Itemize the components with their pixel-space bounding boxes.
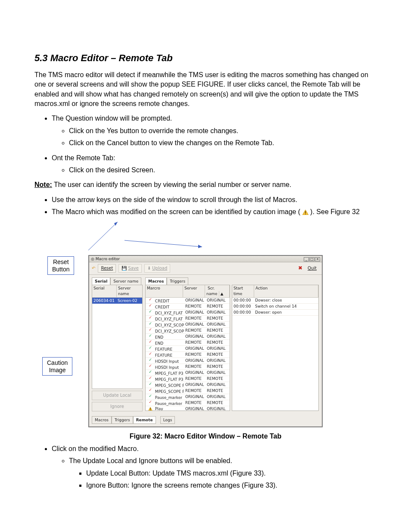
- list-item: Click on the Yes button to override the …: [69, 126, 377, 136]
- figure-32: Reset Button Caution Image ◎ Macro edito…: [88, 222, 323, 427]
- list-item: Ignore Button: Ignore the screens remote…: [86, 481, 377, 490]
- annot-caution: Caution Image: [42, 357, 72, 375]
- screen-row-selected[interactable]: 206034-01Screen-02: [92, 298, 142, 304]
- reset-button[interactable]: Reset: [98, 264, 116, 273]
- col-action: Action: [254, 285, 318, 297]
- list-item: The Macro which was modified on the scre…: [52, 207, 377, 217]
- macro-editor-window: ◎ Macro editor _□× ↶ Reset 💾 Save ⬇ Uplo…: [88, 255, 323, 428]
- window-titlebar[interactable]: ◎ Macro editor _□×: [89, 256, 322, 262]
- window-controls[interactable]: _□×: [303, 256, 320, 262]
- macros-table[interactable]: Marcro Server Scr. name ▲ ✓ CREDITORIGIN…: [145, 285, 230, 411]
- svg-line-3: [88, 222, 118, 250]
- window-title: ◎ Macro editor: [91, 256, 120, 262]
- upload-button[interactable]: ⬇ Upload: [144, 264, 170, 273]
- col-marcro: Marcro: [146, 285, 183, 297]
- caution-sentence-post: ). See Figure 32: [310, 208, 360, 215]
- bottom-tab-logs[interactable]: Logs: [160, 416, 175, 424]
- toolbar: ↶ Reset 💾 Save ⬇ Upload ✖ Quit: [89, 262, 322, 275]
- bullet-list-1: The Question window will be prompted. Cl…: [34, 114, 377, 175]
- list-item: Click on the desired Screen.: [69, 165, 377, 175]
- svg-rect-9: [150, 410, 150, 410]
- save-button[interactable]: 💾 Save: [118, 264, 142, 273]
- bottom-tabbar: Macros Triggers Remote Logs: [89, 416, 322, 427]
- svg-line-5: [125, 240, 202, 247]
- col-server: Server: [183, 285, 205, 297]
- svg-marker-4: [114, 222, 118, 226]
- tab-serial[interactable]: Serial: [92, 277, 110, 285]
- list-item: Click on the Cancel button to view the c…: [69, 138, 377, 148]
- bottom-tab-remote[interactable]: Remote: [133, 416, 156, 424]
- update-local-button[interactable]: Update Local: [92, 391, 143, 400]
- quit-button[interactable]: Quit: [305, 264, 319, 272]
- note-label: Note:: [34, 181, 52, 188]
- screen-list[interactable]: SerialServer name 206034-01Screen-02: [92, 285, 143, 389]
- table-row[interactable]: 00:00:00Dowser: open: [232, 310, 318, 316]
- note-text: The user can identify the screen by view…: [52, 181, 292, 188]
- bullet-list-2: Use the arrow keys on the side of the wi…: [34, 195, 377, 217]
- close-icon[interactable]: ✖: [298, 264, 302, 272]
- note-line: Note: The user can identify the screen b…: [34, 180, 377, 190]
- bullet-list-3: Click on the modified Macro. The Update …: [34, 444, 377, 491]
- svg-rect-2: [305, 214, 306, 215]
- figure-caption: Figure 32: Macro Editor Window – Remote …: [34, 432, 377, 441]
- tab-macros[interactable]: Macros: [145, 277, 167, 285]
- list-item: Use the arrow keys on the side of the wi…: [52, 195, 377, 205]
- list-item: Ont the Remote Tab: Click on the desired…: [52, 153, 377, 175]
- table-row[interactable]: 00:00:00Switch on channel 14: [232, 304, 318, 310]
- svg-rect-1: [305, 211, 306, 213]
- svg-rect-8: [150, 408, 150, 410]
- section-heading: 5.3 Macro Editor – Remote Tab: [34, 52, 377, 65]
- table-row[interactable]: ✓ Pause_markerREMOTEREMOTE: [146, 400, 230, 406]
- table-row[interactable]: 00:00:00Dowser: close: [232, 298, 318, 304]
- annot-reset: Reset Button: [47, 256, 74, 274]
- list-item: Click on the modified Macro. The Update …: [52, 444, 377, 491]
- list-item: Update Local Button: Update TMS macros.x…: [86, 469, 377, 478]
- ignore-button[interactable]: Ignore: [92, 402, 143, 411]
- bottom-tab-macros[interactable]: Macros: [92, 416, 112, 424]
- tab-triggers[interactable]: Triggers: [167, 277, 188, 285]
- caution-sentence-pre: The Macro which was modified on the scre…: [52, 208, 302, 215]
- col-scrname: Scr. name ▲: [205, 285, 230, 297]
- table-row[interactable]: PlayORIGINALORIGINAL: [146, 406, 230, 411]
- svg-marker-6: [198, 245, 202, 248]
- list-item: The Update Local and Ignore buttons will…: [69, 456, 377, 490]
- actions-table[interactable]: Start time Action 00:00:00Dowser: close0…: [232, 285, 319, 411]
- intro-paragraph: The TMS macro editor will detect if mean…: [34, 70, 377, 109]
- list-item: The Question window will be prompted. Cl…: [52, 114, 377, 148]
- bottom-tab-triggers[interactable]: Triggers: [112, 416, 133, 424]
- tab-server-name[interactable]: Server name: [110, 277, 141, 285]
- col-start-time: Start time: [232, 285, 254, 297]
- caution-icon: [302, 210, 308, 215]
